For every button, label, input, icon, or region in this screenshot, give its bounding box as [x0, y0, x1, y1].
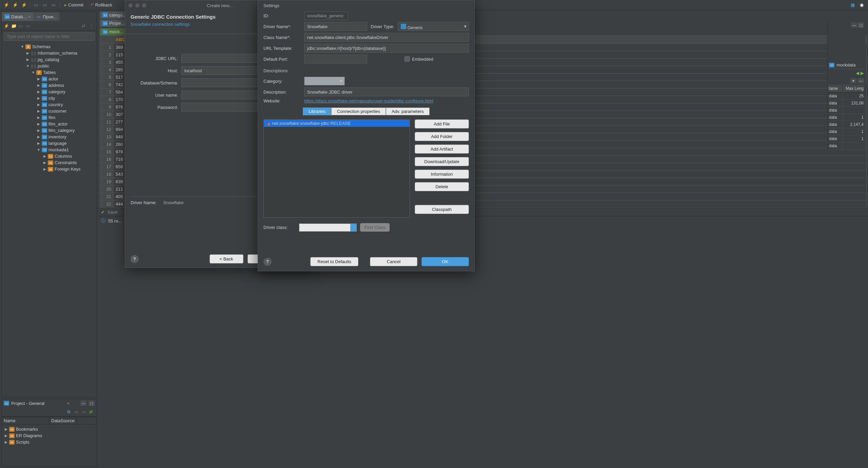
- project-item[interactable]: ▶▭Scripts: [2, 439, 97, 445]
- table-item[interactable]: ▼▭mockada1: [2, 147, 97, 153]
- project-item[interactable]: ▶▭ER Diagrams: [2, 432, 97, 439]
- table-row[interactable]: data2,147,4: [828, 121, 865, 128]
- table-row[interactable]: data1: [828, 135, 865, 142]
- back-button[interactable]: < Back: [210, 254, 243, 264]
- project-item[interactable]: ▶▭Bookmarks: [2, 426, 97, 432]
- minimize-icon[interactable]: —: [858, 78, 864, 83]
- plug-red-icon[interactable]: ⚡: [21, 2, 27, 8]
- plug-add-icon[interactable]: ⚡: [12, 2, 18, 8]
- table-item[interactable]: ▶▭inventory: [2, 134, 97, 140]
- col-name[interactable]: lame: [828, 85, 843, 92]
- tab-database[interactable]: ▭ Datab... ×: [2, 12, 33, 21]
- tab-category[interactable]: ▭catego...: [100, 12, 129, 19]
- table-item[interactable]: ▶▭film_actor: [2, 121, 97, 127]
- port-input[interactable]: [304, 55, 367, 63]
- dropdown-icon[interactable]: ▾: [850, 78, 856, 83]
- table-item[interactable]: ▶▭film: [2, 114, 97, 121]
- window-controls[interactable]: [129, 3, 146, 7]
- col-name[interactable]: Name: [2, 417, 49, 424]
- driverclass-select[interactable]: [299, 223, 357, 232]
- tree-item[interactable]: information_schema: [38, 51, 77, 56]
- table-item[interactable]: ▶▭film_category: [2, 127, 97, 134]
- tree-item[interactable]: ▶▭Constraints: [2, 159, 97, 166]
- tab-adv-params[interactable]: Adv. parameters: [386, 108, 429, 115]
- urltemplate-input[interactable]: [304, 44, 469, 53]
- help-icon[interactable]: ?: [263, 258, 272, 266]
- tree-item[interactable]: ▶▭Columns: [2, 153, 97, 159]
- lib-delete-button[interactable]: Delete: [415, 182, 469, 191]
- library-list[interactable]: ◢net.snowflake:snowflake-jdbc:RELEASE: [263, 119, 410, 218]
- table-row[interactable]: data25: [828, 93, 865, 100]
- help-icon[interactable]: ?: [131, 255, 139, 263]
- col-datasource[interactable]: DataSource: [49, 417, 77, 424]
- tab-project[interactable]: ▭ Прое...: [33, 12, 60, 21]
- table-item[interactable]: ▶▭actor: [2, 76, 97, 82]
- connect-icon[interactable]: ⚡: [4, 23, 9, 29]
- menu-icon[interactable]: ⋮: [89, 23, 95, 29]
- link-icon[interactable]: ⇄: [89, 409, 95, 415]
- lib-information-button[interactable]: Information: [415, 170, 469, 179]
- description-input[interactable]: [304, 87, 469, 96]
- table-row[interactable]: data: [828, 142, 865, 150]
- db-tree[interactable]: ▼SSchemas ▶[::]information_schema ▶[::]p…: [2, 42, 97, 397]
- gear-icon[interactable]: ⚙: [67, 409, 72, 415]
- lib-add-folder-button[interactable]: Add Folder: [415, 132, 469, 141]
- ok-button[interactable]: OK: [421, 257, 469, 266]
- lib-add-artifact-button[interactable]: Add Artifact: [415, 144, 469, 154]
- table-row[interactable]: data: [828, 107, 865, 114]
- minimize-icon[interactable]: —: [80, 401, 86, 406]
- embedded-checkbox[interactable]: [405, 56, 410, 62]
- drivertype-select[interactable]: Generic: [398, 22, 469, 31]
- copy-icon[interactable]: ▭: [74, 409, 80, 415]
- sql2-icon[interactable]: ▭: [42, 2, 48, 8]
- cancel-button[interactable]: Cancel: [370, 257, 417, 266]
- maximize-icon[interactable]: ▢: [88, 401, 95, 406]
- table-item[interactable]: ▶▭city: [2, 95, 97, 101]
- table-row[interactable]: data1: [828, 114, 865, 121]
- lib-classpath-button[interactable]: Classpath: [415, 205, 469, 214]
- table-item[interactable]: ▶▭address: [2, 82, 97, 89]
- tree-item[interactable]: public: [38, 63, 49, 69]
- reset-button[interactable]: Reset to Defaults: [310, 257, 358, 266]
- copy2-icon[interactable]: ▭: [82, 409, 87, 415]
- maximize-icon[interactable]: ▢: [858, 22, 864, 28]
- copy-icon[interactable]: ▭: [19, 23, 24, 29]
- tab-properties[interactable]: ▭Prope...: [100, 20, 127, 27]
- folder-icon[interactable]: 📁: [11, 23, 17, 29]
- website-link[interactable]: https://docs.snowflake.net/manuals/user-…: [304, 98, 433, 103]
- tool-icon-2[interactable]: ▦: [850, 2, 856, 8]
- prev-icon[interactable]: ◀: [856, 71, 859, 76]
- col-maxlen[interactable]: Max Leng: [843, 85, 865, 92]
- table-item[interactable]: ▶▭customer: [2, 108, 97, 114]
- link-icon[interactable]: ⇄: [82, 23, 87, 29]
- close-icon[interactable]: ×: [67, 401, 70, 406]
- tree-schemas[interactable]: Schemas: [32, 44, 51, 49]
- table-item[interactable]: ▶▭country: [2, 101, 97, 108]
- mockdata-label[interactable]: mockdata: [836, 62, 855, 67]
- tab-libraries[interactable]: Libraries: [303, 108, 331, 115]
- category-select[interactable]: [304, 77, 345, 85]
- classname-input[interactable]: [304, 33, 469, 42]
- minimize-icon[interactable]: —: [851, 22, 857, 28]
- search-input[interactable]: [4, 32, 95, 41]
- drivername-input[interactable]: [304, 22, 367, 31]
- tab-mockdata[interactable]: ▭mock...: [100, 28, 126, 35]
- table-item[interactable]: ▶▭category: [2, 89, 97, 95]
- commit-button[interactable]: ▸Commit: [62, 2, 85, 8]
- sql3-icon[interactable]: ▭: [51, 2, 57, 8]
- save-label[interactable]: Save: [107, 210, 118, 215]
- next-icon[interactable]: ▶: [861, 71, 864, 76]
- lib-add-file-button[interactable]: Add File: [415, 119, 469, 129]
- plug-icon[interactable]: ⚡: [3, 2, 9, 8]
- rollback-button[interactable]: ↶Rollback: [88, 2, 114, 8]
- table-row[interactable]: data1: [828, 128, 865, 135]
- table-row[interactable]: data131,08: [828, 100, 865, 107]
- tab-conn-props[interactable]: Connection properties: [331, 108, 386, 115]
- lib-download-update-button[interactable]: Download/Update: [415, 157, 469, 166]
- tree-item[interactable]: ▶▭Foreign Keys: [2, 166, 97, 172]
- panda-icon[interactable]: ◉: [859, 2, 865, 8]
- tree-item[interactable]: pg_catalog: [38, 57, 59, 62]
- tool-icon[interactable]: ▭: [26, 23, 32, 29]
- table-item[interactable]: ▶▭language: [2, 140, 97, 147]
- sql-icon[interactable]: ▭: [33, 2, 39, 8]
